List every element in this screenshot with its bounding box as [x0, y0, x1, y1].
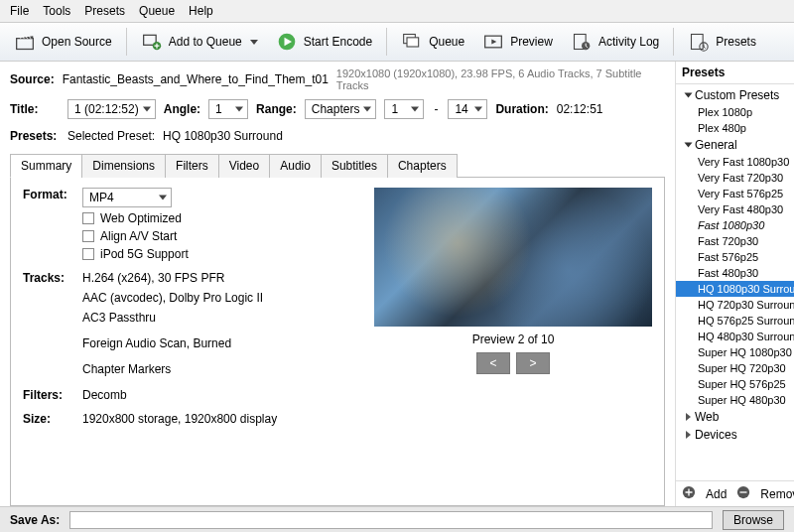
menu-presets[interactable]: Presets — [84, 4, 125, 18]
source-info: 1920x1080 (1920x1080), 23.98 FPS, 6 Audi… — [336, 67, 665, 91]
preset-item[interactable]: Very Fast 576p25 — [676, 186, 794, 201]
remove-preset-label[interactable]: Remove — [760, 487, 794, 501]
preset-item[interactable]: HQ 720p30 Surround — [676, 297, 794, 313]
start-encode-label: Start Encode — [304, 35, 372, 49]
menu-help[interactable]: Help — [189, 4, 213, 18]
svg-rect-5 — [407, 38, 419, 47]
source-row: Source: Fantastic_Beasts_and_Where_to_Fi… — [10, 67, 665, 91]
preset-item[interactable]: HQ 480p30 Surround — [676, 329, 794, 344]
web-optimized-label: Web Optimized — [100, 211, 182, 225]
film-clapper-icon — [14, 32, 36, 52]
preset-item[interactable]: Very Fast 720p30 — [676, 170, 794, 186]
save-as-label: Save As: — [10, 513, 60, 527]
preview-button[interactable]: Preview — [476, 28, 559, 56]
preset-item[interactable]: Super HQ 480p30 — [676, 392, 794, 408]
menu-tools[interactable]: Tools — [43, 4, 70, 18]
format-select[interactable]: MP4 — [82, 188, 172, 207]
browse-button[interactable]: Browse — [723, 510, 784, 530]
preset-group[interactable]: Web — [676, 408, 794, 426]
tab-dimensions[interactable]: Dimensions — [81, 154, 166, 178]
preset-item[interactable]: Super HQ 720p30 — [676, 360, 794, 376]
preset-group-label: General — [695, 138, 737, 152]
preset-item[interactable]: Very Fast 480p30 — [676, 201, 794, 217]
presets-row-label: Presets: — [10, 129, 60, 143]
preset-group[interactable]: Devices — [676, 426, 794, 444]
add-to-queue-button[interactable]: Add to Queue — [135, 28, 264, 56]
presets-tree: Custom PresetsPlex 1080pPlex 480pGeneral… — [676, 84, 794, 480]
track-line: Foreign Audio Scan, Burned — [82, 336, 364, 350]
save-as-input[interactable] — [69, 511, 713, 529]
preset-item[interactable]: Very Fast 1080p30 — [676, 154, 794, 170]
triangle-down-icon — [685, 143, 693, 148]
angle-select[interactable]: 1 — [208, 99, 248, 119]
checkbox-icon — [82, 248, 94, 260]
range-from-select[interactable]: 1 — [384, 99, 424, 119]
preset-item[interactable]: Super HQ 1080p30 — [676, 344, 794, 360]
preview-caption: Preview 2 of 10 — [472, 332, 555, 346]
presets-label: Presets — [716, 35, 756, 49]
open-source-button[interactable]: Open Source — [8, 28, 118, 56]
menu-queue[interactable]: Queue — [139, 4, 175, 18]
preset-group[interactable]: Custom Presets — [676, 86, 794, 104]
menu-file[interactable]: File — [10, 4, 29, 18]
ipod-label: iPod 5G Support — [100, 247, 189, 261]
preset-item[interactable]: HQ 1080p30 Surround — [676, 281, 794, 297]
title-label: Title: — [10, 102, 60, 116]
start-encode-button[interactable]: Start Encode — [270, 28, 378, 56]
presets-footer: Add Remove — [676, 480, 794, 506]
preset-item[interactable]: Fast 576p25 — [676, 249, 794, 265]
preview-next-button[interactable]: > — [516, 352, 550, 374]
preset-item[interactable]: Super HQ 576p25 — [676, 376, 794, 392]
preset-group-label: Devices — [695, 428, 737, 442]
queue-button[interactable]: Queue — [395, 28, 470, 56]
source-label: Source: — [10, 72, 55, 86]
add-preset-icon[interactable] — [682, 485, 696, 502]
preview-pane: Preview 2 of 10 < > — [374, 188, 652, 495]
title-select[interactable]: 1 (02:12:52) — [67, 99, 156, 119]
track-line: AAC (avcodec), Dolby Pro Logic II — [82, 291, 364, 305]
align-av-label: Align A/V Start — [100, 229, 177, 243]
tab-video[interactable]: Video — [218, 154, 270, 178]
tab-subtitles[interactable]: Subtitles — [321, 154, 388, 178]
preset-item[interactable]: Fast 720p30 — [676, 233, 794, 249]
align-av-checkbox[interactable]: Align A/V Start — [82, 229, 364, 243]
tab-filters[interactable]: Filters — [165, 154, 219, 178]
presets-panel: Presets Custom PresetsPlex 1080pPlex 480… — [675, 62, 794, 506]
queue-icon — [401, 32, 423, 52]
preset-item[interactable]: HQ 576p25 Surround — [676, 313, 794, 329]
toolbar: Open Source Add to Queue Start Encode Qu… — [0, 22, 794, 62]
presets-button[interactable]: Presets — [682, 28, 762, 56]
preset-item[interactable]: Plex 1080p — [676, 104, 794, 120]
range-type-select[interactable]: Chapters — [305, 99, 377, 119]
queue-label: Queue — [429, 35, 464, 49]
preset-group[interactable]: General — [676, 136, 794, 154]
tracks-label: Tracks: — [23, 271, 82, 378]
preset-group-label: Custom Presets — [695, 88, 779, 102]
add-preset-label[interactable]: Add — [706, 487, 727, 501]
ipod-checkbox[interactable]: iPod 5G Support — [82, 247, 364, 261]
web-optimized-checkbox[interactable]: Web Optimized — [82, 211, 364, 225]
duration-value: 02:12:51 — [557, 102, 603, 116]
tab-chapters[interactable]: Chapters — [387, 154, 458, 178]
checkbox-icon — [82, 212, 94, 224]
preset-item[interactable]: Fast 1080p30 — [676, 217, 794, 233]
svg-rect-9 — [692, 35, 704, 50]
range-to-select[interactable]: 14 — [448, 99, 487, 119]
toolbar-separator — [386, 28, 387, 56]
add-to-queue-label: Add to Queue — [169, 35, 242, 49]
tab-audio[interactable]: Audio — [269, 154, 322, 178]
presets-panel-header: Presets — [676, 62, 794, 84]
tab-summary[interactable]: Summary — [10, 154, 82, 178]
title-row: Title: 1 (02:12:52) Angle: 1 Range: Chap… — [10, 99, 665, 119]
preset-item[interactable]: Fast 480p30 — [676, 265, 794, 281]
preset-item[interactable]: Plex 480p — [676, 120, 794, 136]
menu-bar: File Tools Presets Queue Help — [0, 0, 794, 22]
summary-panel: Format: MP4 Web Optimized Align A/V Star… — [10, 178, 665, 506]
preview-prev-button[interactable]: < — [476, 352, 510, 374]
preview-image — [374, 188, 652, 327]
toolbar-separator — [126, 28, 127, 56]
activity-log-button[interactable]: Activity Log — [565, 28, 665, 56]
play-icon — [276, 32, 298, 52]
activity-log-label: Activity Log — [598, 35, 659, 49]
remove-preset-icon[interactable] — [736, 485, 750, 502]
